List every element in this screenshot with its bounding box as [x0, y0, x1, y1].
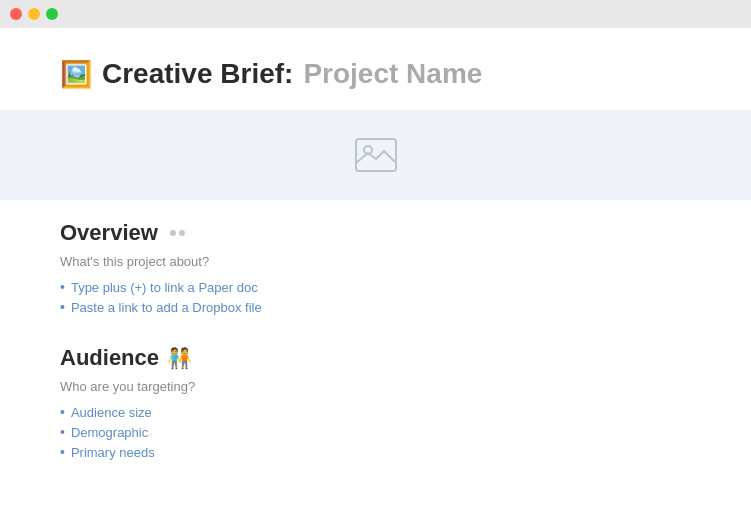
overview-dots — [170, 230, 185, 236]
audience-heading: Audience 🧑‍🤝‍🧑 — [60, 345, 691, 371]
header-section: 🖼️ Creative Brief: Project Name — [0, 28, 751, 110]
audience-emoji: 🧑‍🤝‍🧑 — [167, 346, 192, 370]
list-item[interactable]: Paste a link to add a Dropbox file — [60, 297, 691, 317]
audience-list-item-1: Audience size — [71, 405, 152, 420]
overview-heading: Overview — [60, 220, 691, 246]
audience-list-item-2: Demographic — [71, 425, 148, 440]
minimize-button[interactable] — [28, 8, 40, 20]
list-item[interactable]: Type plus (+) to link a Paper doc — [60, 277, 691, 297]
list-item[interactable]: Demographic — [60, 422, 691, 442]
title-icon: 🖼️ — [60, 59, 92, 90]
page-title: 🖼️ Creative Brief: Project Name — [60, 58, 691, 90]
audience-heading-text: Audience — [60, 345, 159, 371]
title-text-sub: Project Name — [303, 58, 482, 90]
close-button[interactable] — [10, 8, 22, 20]
audience-list-item-3: Primary needs — [71, 445, 155, 460]
maximize-button[interactable] — [46, 8, 58, 20]
image-placeholder[interactable] — [0, 110, 751, 200]
landscape-icon — [354, 137, 398, 173]
list-item[interactable]: Primary needs — [60, 442, 691, 462]
titlebar — [0, 0, 751, 28]
title-text-main: Creative Brief: — [102, 58, 293, 90]
dot-indicator-2 — [179, 230, 185, 236]
overview-section: Overview What's this project about? Type… — [60, 220, 691, 317]
audience-section: Audience 🧑‍🤝‍🧑 Who are you targeting? Au… — [60, 345, 691, 462]
overview-heading-text: Overview — [60, 220, 158, 246]
list-item[interactable]: Audience size — [60, 402, 691, 422]
overview-list: Type plus (+) to link a Paper doc Paste … — [60, 277, 691, 317]
overview-list-item-1: Type plus (+) to link a Paper doc — [71, 280, 258, 295]
svg-rect-0 — [356, 139, 396, 171]
dot-indicator-1 — [170, 230, 176, 236]
body-section: Overview What's this project about? Type… — [0, 200, 751, 510]
overview-list-item-2: Paste a link to add a Dropbox file — [71, 300, 262, 315]
overview-subtext: What's this project about? — [60, 254, 691, 269]
audience-subtext: Who are you targeting? — [60, 379, 691, 394]
audience-list: Audience size Demographic Primary needs — [60, 402, 691, 462]
